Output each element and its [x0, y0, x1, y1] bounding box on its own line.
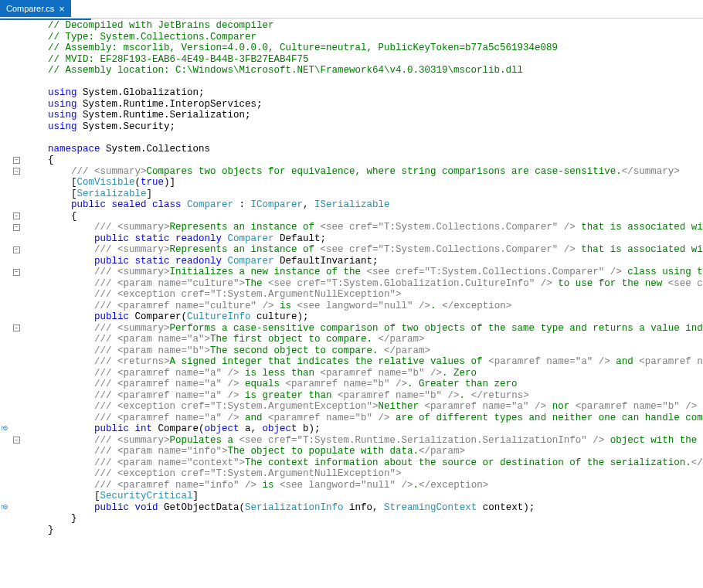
code-line[interactable] [25, 76, 703, 88]
gutter-line [0, 491, 22, 502]
code-line[interactable] [25, 132, 703, 144]
code-line[interactable]: /// <param name="info">The object to pop… [25, 446, 703, 457]
fold-icon[interactable] [13, 246, 20, 253]
gutter-line [0, 233, 22, 245]
gutter-line [0, 211, 22, 223]
gutter [0, 20, 22, 588]
gutter-line [0, 155, 22, 166]
fold-icon[interactable] [13, 157, 20, 164]
gutter-line [0, 144, 22, 155]
tab-comparer[interactable]: Comparer.cs × [0, 0, 71, 17]
code-line[interactable]: /// <summary>Performs a case-sensitive c… [25, 323, 703, 335]
code-line[interactable]: using System.Runtime.Serialization; [25, 110, 703, 121]
gutter-line [0, 446, 22, 457]
code-line[interactable]: [SecurityCritical] [25, 491, 703, 502]
code-area[interactable]: // Decompiled with JetBrains decompiler … [22, 20, 703, 588]
code-line[interactable]: /// <param name="b">The second object to… [25, 345, 703, 357]
code-line[interactable]: public int Compare(object a, object b); [25, 423, 703, 435]
fold-icon[interactable] [13, 224, 20, 231]
code-line[interactable]: /// <paramref name="a" /> is less than <… [25, 368, 703, 379]
code-line[interactable]: /// <summary>Initializes a new instance … [25, 267, 703, 278]
code-line[interactable]: /// <paramref name="culture" /> is <see … [25, 301, 703, 312]
fold-icon[interactable] [13, 325, 20, 331]
gutter-line [0, 468, 22, 480]
code-line[interactable]: public sealed class Comparer : IComparer… [25, 199, 703, 211]
gutter-line [0, 311, 22, 323]
gutter-line [0, 32, 22, 43]
gutter-line [0, 323, 22, 335]
gutter-line [0, 87, 22, 99]
code-line[interactable]: /// <param name="context">The context in… [25, 457, 703, 469]
gutter-line [0, 199, 22, 211]
code-line[interactable]: [ComVisible(true)] [25, 177, 703, 189]
gutter-line [0, 42, 22, 54]
gutter-line [0, 413, 22, 424]
gutter-line [0, 480, 22, 491]
close-icon[interactable]: × [59, 4, 65, 14]
gutter-line [0, 121, 22, 133]
code-line[interactable]: /// <exception cref="T:System.ArgumentNu… [25, 468, 703, 480]
code-line[interactable]: /// <paramref name="a" /> and <paramref … [25, 413, 703, 424]
code-line[interactable]: { [25, 211, 703, 223]
gutter-line [0, 435, 22, 447]
code-line[interactable]: public static readonly Comparer Default; [25, 233, 703, 245]
fold-icon[interactable] [13, 168, 20, 175]
gutter-line [0, 256, 22, 267]
code-line[interactable]: /// <exception cref="T:System.ArgumentNu… [25, 289, 703, 301]
code-line[interactable]: } [25, 513, 703, 525]
code-line[interactable]: using System.Globalization; [25, 87, 703, 99]
gutter-line [0, 177, 22, 189]
gutter-line [0, 278, 22, 290]
code-line[interactable]: /// <param name="culture">The <see cref=… [25, 278, 703, 290]
gutter-line [0, 189, 22, 200]
override-icon[interactable] [0, 502, 6, 514]
gutter-line [0, 401, 22, 413]
fold-icon[interactable] [13, 212, 20, 219]
gutter-line [0, 166, 22, 178]
gutter-line [0, 334, 22, 345]
code-line[interactable]: /// <paramref name="a" /> equals <paramr… [25, 379, 703, 390]
code-line[interactable]: // Assembly location: C:\Windows\Microso… [25, 65, 703, 76]
code-line[interactable]: using System.Runtime.InteropServices; [25, 99, 703, 110]
code-line[interactable]: /// <summary>Represents an instance of <… [25, 222, 703, 233]
gutter-line [0, 502, 22, 514]
code-line[interactable]: /// <param name="a">The first object to … [25, 334, 703, 345]
gutter-line [0, 457, 22, 469]
code-line[interactable]: public static readonly Comparer DefaultI… [25, 256, 703, 267]
code-line[interactable]: /// <paramref name="a" /> is greater tha… [25, 390, 703, 402]
code-line[interactable]: /// <summary>Represents an instance of <… [25, 244, 703, 256]
gutter-line [0, 289, 22, 301]
gutter-line [0, 76, 22, 88]
code-line[interactable]: public void GetObjectData(SerializationI… [25, 502, 703, 514]
code-line[interactable]: { [25, 155, 703, 166]
code-line[interactable]: // Decompiled with JetBrains decompiler [25, 20, 703, 32]
gutter-line [0, 525, 22, 536]
code-line[interactable]: using System.Security; [25, 121, 703, 133]
fold-icon[interactable] [13, 269, 20, 276]
code-line[interactable]: // Assembly: mscorlib, Version=4.0.0.0, … [25, 42, 703, 54]
override-icon[interactable] [0, 423, 6, 435]
code-line[interactable]: [Serializable] [25, 189, 703, 200]
tab-label: Comparer.cs [6, 4, 54, 13]
code-line[interactable]: } [25, 525, 703, 536]
code-line[interactable]: /// <summary>Compares two objects for eq… [25, 166, 703, 178]
gutter-line [0, 423, 22, 435]
gutter-line [0, 368, 22, 379]
code-line[interactable]: /// <paramref name="info" /> is <see lan… [25, 480, 703, 491]
code-line[interactable]: /// <summary>Populates a <see cref="T:Sy… [25, 435, 703, 447]
gutter-line [0, 513, 22, 525]
gutter-line [0, 20, 22, 32]
gutter-line [0, 267, 22, 278]
code-line[interactable]: public Comparer(CultureInfo culture); [25, 311, 703, 323]
code-line[interactable]: // MVID: EF28F193-EAB6-4E49-B44B-3FB27EA… [25, 54, 703, 66]
code-line[interactable]: // Type: System.Collections.Comparer [25, 32, 703, 43]
gutter-line [0, 390, 22, 402]
code-line[interactable]: /// <exception cref="T:System.ArgumentEx… [25, 401, 703, 413]
code-line[interactable]: namespace System.Collections [25, 144, 703, 155]
fold-icon[interactable] [13, 437, 20, 444]
gutter-line [0, 54, 22, 66]
gutter-line [0, 345, 22, 357]
gutter-line [0, 379, 22, 390]
code-line[interactable]: /// <returns>A signed integer that indic… [25, 356, 703, 368]
code-editor[interactable]: // Decompiled with JetBrains decompiler … [0, 20, 703, 588]
